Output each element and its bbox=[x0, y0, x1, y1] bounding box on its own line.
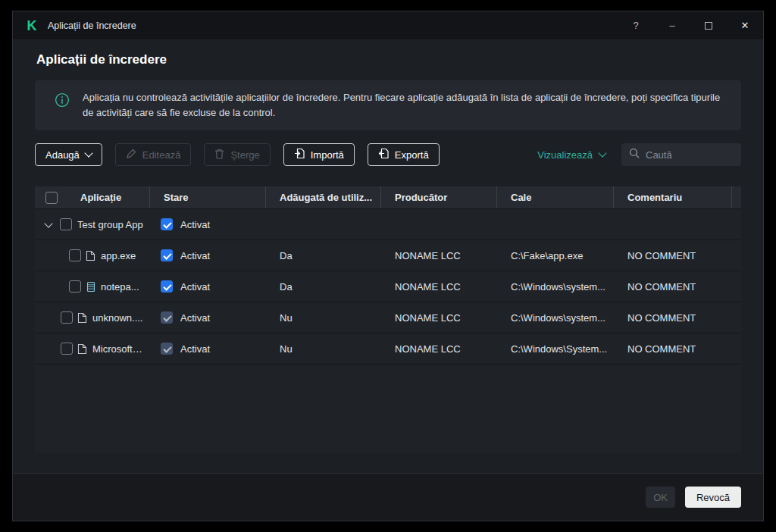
group-row[interactable]: Test group AppActivat bbox=[35, 209, 741, 240]
added-by-user-cell: Nu bbox=[266, 312, 381, 324]
pencil-icon bbox=[126, 149, 136, 161]
cancel-button[interactable]: Revocă bbox=[685, 487, 741, 508]
comment-cell: NO COMMENT bbox=[614, 312, 732, 324]
edit-button-label: Editează bbox=[142, 149, 181, 161]
comment-cell: NO COMMENT bbox=[614, 250, 732, 261]
chevron-down-icon[interactable] bbox=[44, 219, 52, 227]
vendor-cell: NONAME LCC bbox=[381, 281, 497, 293]
status-cell: Activat bbox=[150, 343, 266, 355]
status-checkbox[interactable] bbox=[161, 311, 173, 324]
file-icon bbox=[86, 250, 95, 261]
table-row[interactable]: app.exeActivatDaNONAME LCCC:\Fake\app.ex… bbox=[35, 240, 741, 271]
status-label: Activat bbox=[180, 250, 210, 261]
search-input[interactable] bbox=[646, 149, 734, 161]
vendor-cell: NONAME LCC bbox=[381, 343, 497, 355]
path-cell: C:\Windows\system... bbox=[497, 312, 614, 324]
view-menu[interactable]: Vizualizează bbox=[537, 149, 605, 161]
application-name: MicrosoftE... bbox=[92, 343, 147, 355]
maximize-icon bbox=[705, 22, 712, 30]
row-checkbox[interactable] bbox=[69, 249, 81, 261]
minimize-button[interactable]: – bbox=[654, 11, 690, 39]
close-button[interactable]: ✕ bbox=[727, 11, 763, 39]
view-menu-label: Vizualizează bbox=[537, 149, 593, 161]
application-cell: unknown.... bbox=[35, 311, 150, 324]
column-header-path: Cale bbox=[497, 186, 614, 208]
import-button-label: Importă bbox=[311, 149, 344, 161]
application-name: notepa... bbox=[101, 281, 139, 293]
table-row[interactable]: notepa...ActivatDaNONAME LCCC:\Windows\s… bbox=[35, 271, 741, 302]
status-checkbox[interactable] bbox=[161, 218, 173, 230]
status-cell: Activat bbox=[150, 249, 266, 261]
table-row[interactable]: unknown....ActivatNuNONAME LCCC:\Windows… bbox=[35, 302, 741, 333]
add-button-label: Adaugă bbox=[45, 149, 80, 161]
column-header-status: Stare bbox=[150, 186, 266, 208]
column-label: Aplicație bbox=[80, 192, 121, 203]
search-box[interactable] bbox=[621, 143, 741, 166]
application-cell: notepa... bbox=[35, 280, 150, 293]
comment-cell: NO COMMENT bbox=[614, 281, 732, 293]
status-cell: Activat bbox=[150, 218, 266, 230]
info-banner: Aplicația nu controlează activitățile ap… bbox=[35, 80, 741, 130]
column-header-comment: Comentariu bbox=[614, 186, 732, 208]
add-button[interactable]: Adaugă bbox=[35, 143, 102, 166]
trash-icon bbox=[214, 149, 224, 161]
column-header-added-by-user: Adăugată de utiliz... bbox=[266, 186, 381, 208]
app-window: K Aplicații de încredere ? – ✕ Aplicații… bbox=[12, 11, 764, 521]
file-icon bbox=[77, 343, 87, 355]
row-checkbox[interactable] bbox=[61, 343, 73, 355]
added-by-user-cell: Da bbox=[266, 281, 381, 293]
status-checkbox[interactable] bbox=[161, 280, 173, 293]
window-controls: ? – ✕ bbox=[618, 11, 763, 39]
window-title: Aplicații de încredere bbox=[48, 20, 136, 31]
column-header-vendor: Producător bbox=[381, 186, 497, 208]
footer: OK Revocă bbox=[13, 473, 763, 521]
status-label: Activat bbox=[180, 343, 210, 355]
chevron-down-icon bbox=[84, 149, 92, 158]
toolbar: Adaugă Editează Șterge Importă bbox=[35, 143, 741, 166]
application-cell: app.exe bbox=[35, 249, 150, 261]
help-button[interactable]: ? bbox=[618, 11, 654, 39]
maximize-button[interactable] bbox=[690, 11, 727, 39]
row-checkbox[interactable] bbox=[69, 280, 81, 293]
info-text: Aplicația nu controlează activitățile ap… bbox=[83, 90, 723, 120]
export-button[interactable]: Exportă bbox=[368, 143, 440, 166]
applications-table: Aplicație Stare Adăugată de utiliz... Pr… bbox=[35, 186, 741, 453]
titlebar: K Aplicații de încredere ? – ✕ bbox=[13, 11, 763, 39]
select-all-checkbox[interactable] bbox=[45, 192, 58, 204]
delete-button-label: Șterge bbox=[230, 149, 259, 161]
page-title: Aplicații de încredere bbox=[36, 52, 741, 67]
edit-button[interactable]: Editează bbox=[115, 143, 192, 166]
export-icon bbox=[378, 148, 389, 161]
row-checkbox[interactable] bbox=[60, 218, 72, 230]
path-cell: C:\Windows\System... bbox=[497, 343, 614, 355]
status-label: Activat bbox=[180, 312, 210, 324]
ok-button[interactable]: OK bbox=[646, 487, 675, 508]
application-cell: Test group App bbox=[35, 218, 150, 230]
status-checkbox[interactable] bbox=[161, 343, 173, 355]
status-cell: Activat bbox=[150, 280, 266, 293]
vendor-cell: NONAME LCC bbox=[381, 312, 497, 324]
vendor-cell: NONAME LCC bbox=[381, 250, 497, 261]
table-row[interactable]: MicrosoftE...ActivatNuNONAME LCCC:\Windo… bbox=[35, 333, 741, 365]
row-checkbox[interactable] bbox=[61, 311, 73, 324]
column-header-application: Aplicație bbox=[35, 186, 150, 208]
file-icon bbox=[77, 312, 87, 324]
path-cell: C:\Windows\system... bbox=[497, 281, 614, 293]
application-name: app.exe bbox=[101, 250, 136, 261]
delete-button[interactable]: Șterge bbox=[204, 143, 270, 166]
import-button[interactable]: Importă bbox=[283, 143, 355, 166]
table-body: Test group AppActivatapp.exeActivatDaNON… bbox=[35, 209, 741, 365]
kaspersky-logo-icon: K bbox=[25, 18, 39, 33]
info-icon bbox=[55, 92, 70, 111]
status-label: Activat bbox=[180, 281, 210, 293]
application-cell: MicrosoftE... bbox=[35, 343, 150, 355]
status-checkbox[interactable] bbox=[161, 249, 173, 261]
path-cell: C:\Fake\app.exe bbox=[497, 250, 614, 261]
content: Aplicații de încredere Aplicația nu cont… bbox=[13, 39, 763, 473]
application-name: unknown.... bbox=[92, 312, 143, 324]
application-name: Test group App bbox=[77, 219, 143, 230]
search-icon bbox=[629, 148, 640, 161]
added-by-user-cell: Nu bbox=[266, 343, 381, 355]
added-by-user-cell: Da bbox=[266, 250, 381, 261]
import-icon bbox=[294, 148, 305, 161]
